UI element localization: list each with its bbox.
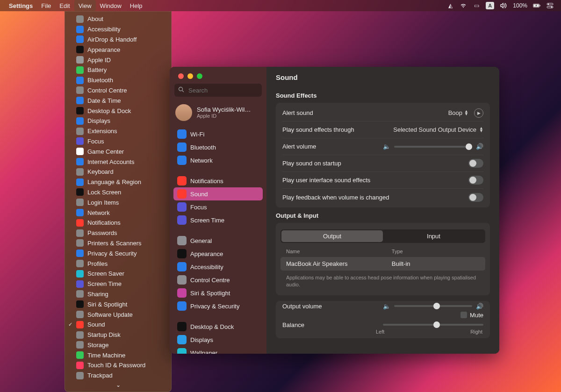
status-wifi-icon[interactable] bbox=[457, 0, 470, 11]
sidebar-item[interactable]: Wi-Fi bbox=[173, 128, 263, 141]
view-menu-item[interactable]: Bluetooth bbox=[65, 75, 171, 86]
status-cloud-icon[interactable]: ◭ bbox=[444, 0, 457, 11]
sidebar-item[interactable]: Screen Time bbox=[173, 214, 263, 227]
play-through-select[interactable]: Selected Sound Output Device ▲▼ bbox=[393, 126, 483, 133]
view-menu-item[interactable]: Screen Time bbox=[65, 279, 171, 289]
mute-checkbox[interactable] bbox=[460, 312, 467, 318]
sidebar-item-label: Wallpaper bbox=[190, 349, 217, 354]
profile-row[interactable]: Sofia Wyciślik-Wil… Apple ID bbox=[170, 101, 266, 128]
sidebar-item[interactable]: Appearance bbox=[173, 247, 263, 260]
view-menu-item[interactable]: Software Update bbox=[65, 309, 171, 320]
sidebar-item[interactable]: Control Centre bbox=[173, 273, 263, 286]
sidebar-item[interactable]: Accessibility bbox=[173, 260, 263, 273]
view-menu-item[interactable]: Apple ID bbox=[65, 55, 171, 65]
view-menu-item[interactable]: Storage bbox=[65, 340, 171, 350]
view-menu-item[interactable]: Touch ID & Password bbox=[65, 360, 171, 371]
volume-low-icon: 🔈 bbox=[383, 143, 390, 150]
view-menu-item[interactable]: Control Centre bbox=[65, 86, 171, 96]
view-menu-item[interactable]: Extensions bbox=[65, 126, 171, 136]
minimize-button[interactable] bbox=[187, 73, 193, 79]
output-device-row[interactable]: MacBook Air Speakers Built-in bbox=[280, 257, 485, 271]
menu-file[interactable]: File bbox=[37, 0, 55, 11]
menu-window[interactable]: Window bbox=[96, 0, 126, 11]
sidebar-item-label: Network bbox=[190, 157, 213, 164]
sidebar-item[interactable]: Siri & Spotlight bbox=[173, 286, 263, 299]
view-menu-item[interactable]: Focus bbox=[65, 136, 171, 147]
content-scroll[interactable]: Sound Effects Alert sound Boop ▲▼ ▶ Play… bbox=[266, 87, 499, 354]
view-menu-item[interactable]: About bbox=[65, 14, 171, 24]
sidebar-item[interactable]: Wallpaper bbox=[173, 346, 263, 354]
menu-app[interactable]: Settings bbox=[5, 0, 37, 11]
view-menu-item[interactable]: Battery bbox=[65, 65, 171, 75]
menu-item-label: Siri & Spotlight bbox=[87, 301, 127, 308]
menu-item-icon bbox=[76, 36, 84, 43]
menu-item-icon bbox=[76, 46, 84, 53]
sidebar-item-icon bbox=[177, 129, 187, 139]
menu-view[interactable]: View bbox=[74, 0, 96, 11]
view-menu-item[interactable]: Internet Accounts bbox=[65, 157, 171, 167]
sidebar-item[interactable]: Displays bbox=[173, 333, 263, 346]
svg-rect-2 bbox=[539, 5, 540, 6]
status-stage-icon[interactable]: ▭ bbox=[470, 0, 483, 11]
menu-item-label: Storage bbox=[87, 342, 109, 349]
view-menu-item[interactable]: Date & Time bbox=[65, 95, 171, 106]
col-name: Name bbox=[286, 249, 392, 254]
col-type: Type bbox=[392, 249, 480, 254]
sidebar-item[interactable]: Focus bbox=[173, 200, 263, 214]
view-menu-item[interactable]: Displays bbox=[65, 116, 171, 126]
alert-sound-select[interactable]: Boop ▲▼ bbox=[448, 109, 468, 116]
view-menu-item[interactable]: Passwords bbox=[65, 228, 171, 238]
status-input-icon[interactable]: A bbox=[483, 0, 497, 11]
sidebar-item[interactable]: Sound bbox=[173, 187, 263, 200]
status-battery-icon[interactable] bbox=[530, 0, 543, 11]
view-menu-item[interactable]: Network bbox=[65, 207, 171, 218]
view-menu-item[interactable]: Appearance bbox=[65, 44, 171, 55]
sidebar-item[interactable]: Privacy & Security bbox=[173, 299, 263, 313]
output-volume-slider[interactable]: 🔈 🔊 bbox=[383, 303, 483, 310]
status-volume-icon[interactable] bbox=[497, 0, 510, 11]
chevron-down-icon[interactable]: ⌄ bbox=[65, 381, 171, 388]
view-menu-item[interactable]: Notifications bbox=[65, 218, 171, 228]
maximize-button[interactable] bbox=[197, 73, 202, 79]
mute-label: Mute bbox=[470, 312, 483, 319]
menu-help[interactable]: Help bbox=[126, 0, 147, 11]
view-menu-item[interactable]: Trackpad bbox=[65, 371, 171, 381]
view-menu-item[interactable]: Privacy & Security bbox=[65, 248, 171, 258]
view-menu-item[interactable]: Siri & Spotlight bbox=[65, 299, 171, 309]
segment-output[interactable]: Output bbox=[281, 230, 383, 242]
sidebar-item[interactable]: Network bbox=[173, 154, 263, 167]
menu-item-label: Apple ID bbox=[87, 57, 111, 64]
view-menu-item[interactable]: Profiles bbox=[65, 258, 171, 269]
view-menu-item[interactable]: Language & Region bbox=[65, 177, 171, 187]
segment-input[interactable]: Input bbox=[383, 230, 484, 242]
alert-volume-slider[interactable]: 🔈 🔊 bbox=[383, 143, 483, 150]
sidebar-item[interactable]: Notifications bbox=[173, 174, 263, 187]
search-input[interactable] bbox=[174, 84, 262, 97]
view-menu-item[interactable]: Sharing bbox=[65, 289, 171, 299]
close-button[interactable] bbox=[178, 73, 184, 79]
sidebar-item[interactable]: Bluetooth bbox=[173, 141, 263, 154]
feedback-toggle[interactable] bbox=[468, 193, 483, 202]
view-menu-item[interactable]: Game Center bbox=[65, 146, 171, 157]
startup-sound-toggle[interactable] bbox=[468, 159, 483, 168]
play-button[interactable]: ▶ bbox=[474, 108, 483, 118]
menu-item-label: Internet Accounts bbox=[87, 158, 134, 165]
menu-item-icon bbox=[76, 107, 84, 114]
view-menu-item[interactable]: Lock Screen bbox=[65, 187, 171, 198]
view-menu-item[interactable]: ✓Sound bbox=[65, 320, 171, 330]
view-menu-item[interactable]: Keyboard bbox=[65, 167, 171, 177]
view-menu-item[interactable]: Startup Disk bbox=[65, 330, 171, 340]
ui-effects-toggle[interactable] bbox=[468, 176, 483, 185]
view-menu-item[interactable]: Login Items bbox=[65, 197, 171, 207]
view-menu-item[interactable]: Desktop & Dock bbox=[65, 106, 171, 116]
balance-slider[interactable] bbox=[383, 324, 483, 326]
sidebar-item[interactable]: General bbox=[173, 234, 263, 247]
view-menu-item[interactable]: Screen Saver bbox=[65, 269, 171, 279]
view-menu-item[interactable]: Time Machine bbox=[65, 350, 171, 360]
view-menu-item[interactable]: Printers & Scanners bbox=[65, 238, 171, 249]
status-control-centre-icon[interactable] bbox=[543, 0, 556, 11]
sidebar-item[interactable]: Desktop & Dock bbox=[173, 320, 263, 333]
view-menu-item[interactable]: Accessibility bbox=[65, 24, 171, 35]
view-menu-item[interactable]: AirDrop & Handoff bbox=[65, 35, 171, 45]
menu-edit[interactable]: Edit bbox=[55, 0, 74, 11]
